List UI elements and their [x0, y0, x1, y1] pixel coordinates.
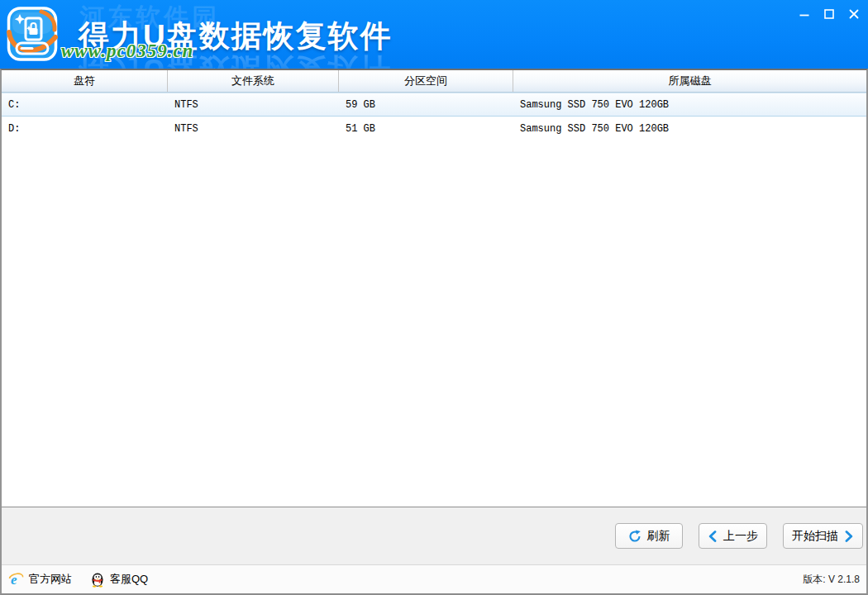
refresh-button-label: 刷新	[647, 529, 670, 544]
content-frame: 盘符 文件系统 分区空间 所属磁盘 C: NTFS 59 GB Samsung …	[0, 69, 868, 595]
chevron-right-icon	[844, 531, 854, 542]
column-header-disk[interactable]: 所属磁盘	[513, 70, 866, 92]
refresh-icon	[628, 530, 641, 543]
cell-drive: D:	[2, 123, 168, 135]
action-button-bar: 刷新 上一步 开始扫描	[2, 507, 866, 564]
column-header-size[interactable]: 分区空间	[339, 70, 513, 92]
minimize-button[interactable]	[795, 7, 813, 21]
maximize-button[interactable]	[820, 7, 838, 21]
partition-table-header: 盘符 文件系统 分区空间 所属磁盘	[2, 70, 866, 93]
previous-step-button-label: 上一步	[723, 529, 758, 544]
previous-step-button[interactable]: 上一步	[699, 523, 767, 549]
maximize-icon	[823, 8, 835, 20]
app-logo-icon	[7, 6, 58, 62]
chevron-left-icon	[708, 531, 718, 542]
partition-row-c[interactable]: C: NTFS 59 GB Samsung SSD 750 EVO 120GB	[2, 93, 866, 117]
partition-table-body: C: NTFS 59 GB Samsung SSD 750 EVO 120GB …	[2, 93, 866, 507]
title-banner: 河东软件园 得力U盘数据恢复软件 得力U盘数据恢复软件 www.pc0359.c…	[0, 0, 868, 69]
close-button[interactable]	[845, 7, 863, 21]
app-window: 河东软件园 得力U盘数据恢复软件 得力U盘数据恢复软件 www.pc0359.c…	[0, 0, 868, 595]
minimize-icon	[799, 8, 810, 20]
official-website-label: 官方网站	[29, 572, 72, 587]
service-qq-label: 客服QQ	[110, 572, 148, 587]
column-header-filesystem[interactable]: 文件系统	[168, 70, 339, 92]
cell-filesystem: NTFS	[168, 123, 339, 135]
partition-row-d[interactable]: D: NTFS 51 GB Samsung SSD 750 EVO 120GB	[2, 117, 866, 140]
service-qq-link[interactable]: 客服QQ	[90, 572, 148, 588]
version-text: 版本: V 2.1.8	[803, 573, 860, 587]
column-header-drive[interactable]: 盘符	[2, 70, 168, 92]
official-website-link[interactable]: e 官方网站	[8, 572, 72, 588]
start-scan-button[interactable]: 开始扫描	[783, 523, 863, 549]
cell-size: 51 GB	[339, 123, 513, 135]
cell-disk: Samsung SSD 750 EVO 120GB	[513, 99, 866, 111]
url-watermark: www.pc0359.cn	[61, 40, 193, 62]
cell-drive: C:	[2, 99, 168, 111]
cell-size: 59 GB	[339, 99, 513, 111]
start-scan-button-label: 开始扫描	[792, 529, 838, 544]
refresh-button[interactable]: 刷新	[615, 523, 683, 549]
window-controls	[795, 7, 863, 21]
cell-disk: Samsung SSD 750 EVO 120GB	[513, 123, 866, 135]
qq-icon	[90, 572, 105, 588]
browser-icon: e	[8, 572, 24, 588]
status-bar: e 官方网站 客服QQ	[2, 564, 866, 593]
close-icon	[848, 8, 860, 20]
cell-filesystem: NTFS	[168, 99, 339, 111]
